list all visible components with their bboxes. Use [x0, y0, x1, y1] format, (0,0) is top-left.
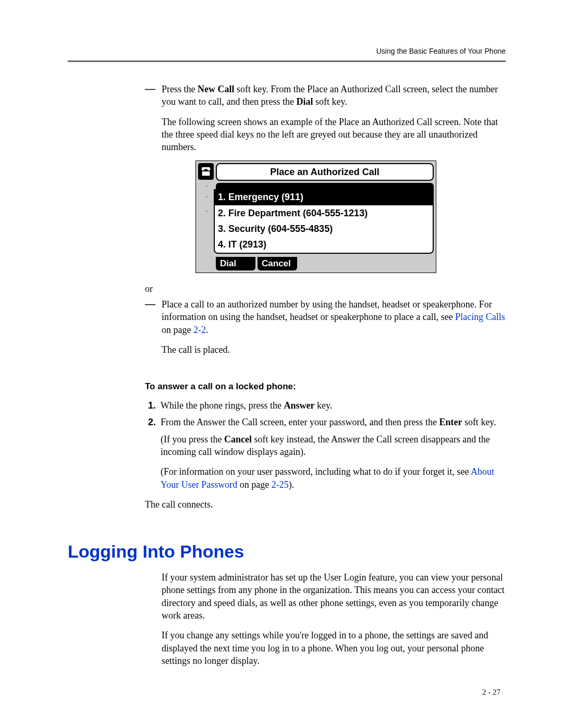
text: key. [314, 400, 332, 411]
phone-screen-list: 1. Emergency (911) 2. Fire Department (6… [214, 189, 434, 253]
softkey-name-enter: Enter [439, 417, 462, 427]
text: on page [162, 325, 193, 335]
running-header: Using the Basic Features of Your Phone [68, 47, 506, 55]
key-name-answer: Answer [284, 400, 314, 411]
softkey-name-cancel: Cancel [224, 434, 252, 445]
page-number: 2 - 27 [482, 688, 500, 697]
softkey-name-dial: Dial [296, 96, 313, 107]
bullet-handset: — Place a call to an authorized number b… [145, 298, 506, 363]
explanatory-paragraph: The following screen shows an example of… [162, 116, 506, 154]
text: (For information on your user password, … [161, 466, 471, 477]
text: . [206, 325, 209, 335]
header-rule [68, 60, 506, 62]
softkey-name-new-call: New Call [198, 84, 235, 94]
dash-icon: — [145, 298, 162, 310]
speed-dial-icon: ••• [198, 189, 214, 204]
section-paragraph: If you change any settings while you're … [162, 629, 506, 667]
page-ref[interactable]: 2-2 [193, 325, 206, 335]
result-text: The call connects. [145, 498, 506, 511]
list-item: 3. Security (604-555-4835) [215, 221, 433, 237]
or-separator: or [145, 282, 506, 295]
phone-screen-figure: Place an Authorized Call ••• ••• ••• [195, 161, 436, 273]
text: While the phone rings, press the [161, 400, 284, 411]
bullet-new-call: — Press the New Call soft key. From the … [145, 83, 506, 278]
text: soft key. [462, 417, 496, 427]
phone-handset-icon [198, 163, 214, 180]
speed-dial-icon: ••• [198, 183, 214, 189]
step-1: While the phone rings, press the Answer … [158, 399, 506, 412]
text: ). [289, 479, 295, 490]
text: soft key. [313, 96, 347, 107]
list-item: 2. Fire Department (604-555-1213) [215, 205, 433, 221]
text: Place a call to an authorized number by … [162, 299, 492, 322]
text: Press the [162, 84, 198, 94]
section-paragraph: If your system administrator has set up … [162, 571, 506, 622]
text: on page [237, 479, 271, 490]
running-title: Using the Basic Features of Your Phone [376, 47, 506, 55]
result-text: The call is placed. [162, 343, 506, 356]
list-item: 4. IT (2913) [215, 237, 433, 252]
step-2: From the Answer the Call screen, enter y… [158, 416, 506, 490]
phone-screen-title: Place an Authorized Call [216, 163, 434, 181]
dash-icon: — [145, 83, 162, 94]
subheading-answer-call: To answer a call on a locked phone: [145, 381, 506, 393]
softkey-dial: Dial [216, 257, 255, 270]
section-heading-logging-into-phones: Logging Into Phones [68, 540, 506, 564]
list-item: 1. Emergency (911) [215, 189, 433, 205]
softkey-cancel: Cancel [258, 257, 297, 270]
speed-dial-icon: ••• [198, 204, 214, 218]
text: From the Answer the Call screen, enter y… [161, 417, 439, 427]
link-placing-calls[interactable]: Placing Calls [455, 312, 505, 322]
page-ref[interactable]: 2-25 [272, 479, 289, 490]
text: (If you press the [161, 434, 224, 445]
